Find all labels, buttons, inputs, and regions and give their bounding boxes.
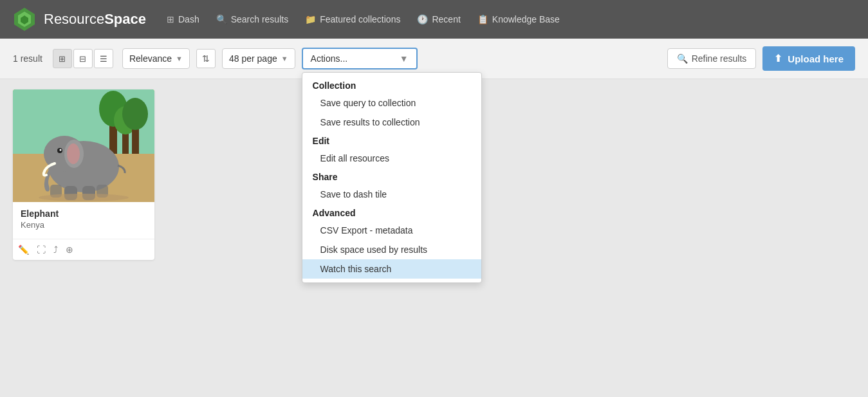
view-grid-small[interactable]: ⊟ — [73, 49, 93, 68]
menu-item-disk-space[interactable]: Disk space used by results — [302, 240, 481, 259]
nav-item-search-results[interactable]: 🔍 Search results — [210, 10, 295, 28]
logo[interactable]: ResourceSpace — [12, 6, 146, 32]
per-page-arrow-icon: ▼ — [281, 55, 288, 62]
elephant-image — [13, 89, 154, 202]
menu-item-csv-export[interactable]: CSV Export - metadata — [302, 221, 481, 240]
menu-item-save-query[interactable]: Save query to collection — [302, 93, 481, 113]
nav-item-recent[interactable]: 🕐 Recent — [411, 10, 466, 28]
card-actions: ✏️ ⛶ ⤴ ⊕ — [13, 243, 154, 260]
result-count: 1 result — [13, 53, 42, 64]
actions-dropdown-button[interactable]: Actions... ▼ — [302, 48, 418, 69]
actions-menu: Collection Save query to collection Save… — [302, 72, 482, 283]
actions-dropdown-wrapper: Actions... ▼ Collection Save query to co… — [302, 48, 418, 69]
actions-arrow-icon: ▼ — [400, 53, 409, 64]
menu-item-edit-all[interactable]: Edit all resources — [302, 149, 481, 168]
svg-point-16 — [60, 149, 62, 151]
sort-order-button[interactable]: ⇅ — [196, 49, 216, 68]
view-grid-large[interactable]: ⊞ — [53, 49, 72, 68]
menu-item-save-results[interactable]: Save results to collection — [302, 113, 481, 132]
menu-group-share: Share — [302, 168, 481, 185]
sort-dropdown[interactable]: Relevance ▼ — [122, 48, 190, 69]
svg-point-14 — [67, 143, 80, 164]
logo-icon — [12, 6, 37, 32]
toolbar: 1 result ⊞ ⊟ ☰ Relevance ▼ ⇅ 48 per page… — [0, 39, 868, 79]
card-subtitle: Kenya — [21, 220, 147, 230]
navbar: ResourceSpace ⊞ Dash 🔍 Search results 📁 … — [0, 0, 868, 39]
card-divider — [13, 239, 154, 239]
refine-icon: 🔍 — [677, 53, 688, 64]
menu-group-advanced: Advanced — [302, 204, 481, 221]
fullscreen-button[interactable]: ⛶ — [37, 245, 46, 255]
nav-item-knowledge-base[interactable]: 📋 Knowledge Base — [471, 10, 566, 28]
logo-text: ResourceSpace — [44, 11, 146, 28]
share-button[interactable]: ⤴ — [53, 245, 58, 255]
clock-icon: 🕐 — [417, 14, 428, 24]
book-icon: 📋 — [477, 14, 488, 24]
upload-button[interactable]: ⬆ Upload here — [762, 46, 855, 71]
resource-card: Elephant Kenya ✏️ ⛶ ⤴ ⊕ — [13, 89, 154, 260]
search-icon: 🔍 — [216, 14, 227, 24]
menu-group-edit: Edit — [302, 132, 481, 149]
menu-item-watch-search[interactable]: Watch this search — [302, 259, 481, 279]
refine-results-button[interactable]: 🔍 Refine results — [667, 48, 757, 69]
menu-item-save-dash[interactable]: Save to dash tile — [302, 185, 481, 204]
view-list[interactable]: ☰ — [94, 49, 113, 68]
per-page-dropdown[interactable]: 48 per page ▼ — [222, 48, 295, 69]
card-title: Elephant — [21, 208, 147, 219]
add-to-collection-button[interactable]: ⊕ — [66, 245, 73, 255]
nav-item-featured-collections[interactable]: 📁 Featured collections — [299, 10, 407, 28]
svg-point-10 — [122, 98, 148, 130]
card-image — [13, 89, 154, 202]
card-info: Elephant Kenya — [13, 202, 154, 234]
view-toggle: ⊞ ⊟ ☰ — [53, 49, 113, 68]
sort-arrow-icon: ▼ — [176, 55, 183, 62]
menu-group-collection: Collection — [302, 77, 481, 93]
upload-icon: ⬆ — [774, 53, 782, 64]
svg-point-21 — [39, 194, 129, 201]
nav-item-dash[interactable]: ⊞ Dash — [160, 10, 206, 28]
folder-icon: 📁 — [305, 14, 316, 24]
dash-icon: ⊞ — [167, 14, 174, 24]
edit-resource-button[interactable]: ✏️ — [18, 245, 29, 255]
